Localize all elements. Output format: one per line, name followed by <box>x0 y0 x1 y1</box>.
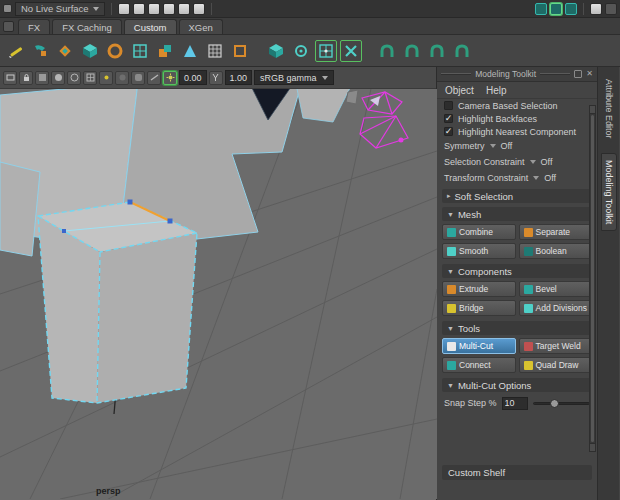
bridge-button[interactable]: Bridge <box>442 300 516 316</box>
grid-snap-active-icon[interactable] <box>315 40 337 62</box>
live-surface-dropdown[interactable]: No Live Surface <box>15 2 105 16</box>
toolbox-icon[interactable] <box>605 3 617 15</box>
selected-box-mesh[interactable] <box>38 200 197 404</box>
render-settings-icon[interactable] <box>565 3 577 15</box>
torus-icon[interactable] <box>104 40 126 62</box>
extrude-button[interactable]: Extrude <box>442 281 516 297</box>
cross-snap-active-icon[interactable] <box>340 40 362 62</box>
multi-cut-button[interactable]: Multi-Cut <box>442 338 516 354</box>
smooth-button[interactable]: Smooth <box>442 243 516 259</box>
right-tab-strip: Attribute Editor Modeling Toolkit <box>598 67 619 500</box>
scroll-thumb[interactable] <box>591 115 594 442</box>
multicut-vertex[interactable] <box>168 219 173 224</box>
shading-icon[interactable] <box>51 71 65 85</box>
gamma-field[interactable]: 1.00 <box>225 70 253 85</box>
multicut-vertex[interactable] <box>62 229 66 233</box>
magnet-icon[interactable] <box>29 40 51 62</box>
square-icon[interactable] <box>229 40 251 62</box>
boolean-icon <box>524 247 533 256</box>
snap-curve-icon[interactable] <box>133 3 145 15</box>
vertex-snap-icon[interactable] <box>290 40 312 62</box>
motion-blur-icon[interactable] <box>147 71 161 85</box>
custom-shelf-label: Custom Shelf <box>448 467 505 478</box>
3d-scene[interactable] <box>0 89 437 499</box>
tab-modeling-toolkit[interactable]: Modeling Toolkit <box>601 153 617 231</box>
select-camera-icon[interactable] <box>3 71 17 85</box>
connect-button[interactable]: Connect <box>442 357 516 373</box>
lighting-icon[interactable] <box>99 71 113 85</box>
history-icon[interactable] <box>193 3 205 15</box>
checkbox-icon[interactable] <box>444 101 453 110</box>
checkbox-icon[interactable]: ✓ <box>444 127 453 136</box>
checkbox-highlight-nearest-component[interactable]: ✓ Highlight Nearest Component <box>437 125 597 138</box>
float-panel-icon[interactable] <box>574 70 582 78</box>
cube-icon[interactable] <box>79 40 101 62</box>
wedge-icon[interactable] <box>179 40 201 62</box>
arch-icon[interactable] <box>451 40 473 62</box>
shadows-icon[interactable] <box>115 71 129 85</box>
grid-icon[interactable] <box>204 40 226 62</box>
scroll-up-arrow[interactable] <box>590 106 595 114</box>
tab-xgen[interactable]: XGen <box>179 19 223 34</box>
view-transform-dropdown[interactable]: sRGB gamma <box>254 70 334 85</box>
exposure-toggle-icon[interactable] <box>163 71 177 85</box>
divider <box>540 73 570 75</box>
snap-grid-icon[interactable] <box>118 3 130 15</box>
checkbox-camera-based-selection[interactable]: Camera Based Selection <box>437 99 597 112</box>
arch-icon[interactable] <box>401 40 423 62</box>
boolean-button[interactable]: Boolean <box>519 243 593 259</box>
panel-scrollbar[interactable] <box>589 105 596 452</box>
lock-camera-icon[interactable] <box>19 71 33 85</box>
screen-space-ao-icon[interactable] <box>131 71 145 85</box>
add-divisions-button[interactable]: Add Divisions <box>519 300 593 316</box>
tab-fx[interactable]: FX <box>18 19 50 34</box>
symmetry-dropdown[interactable]: Symmetry Off <box>437 138 597 154</box>
combine-button[interactable]: Combine <box>442 224 516 240</box>
section-soft-selection[interactable]: ▸ Soft Selection <box>442 189 592 203</box>
exposure-field[interactable]: 0.00 <box>179 70 207 85</box>
snap-point-icon[interactable] <box>148 3 160 15</box>
bevel-button[interactable]: Bevel <box>519 281 593 297</box>
paint-effects-icon[interactable] <box>590 3 602 15</box>
arch-icon[interactable] <box>426 40 448 62</box>
panel-title-bar[interactable]: Modeling Toolkit ✕ <box>437 67 597 82</box>
render-icon[interactable] <box>535 3 547 15</box>
diamond-icon[interactable] <box>54 40 76 62</box>
scroll-down-arrow[interactable] <box>590 443 595 451</box>
grid-cube-icon[interactable] <box>129 40 151 62</box>
snap-step-input[interactable] <box>502 397 528 410</box>
pencil-icon[interactable] <box>4 40 26 62</box>
image-plane-icon[interactable] <box>35 71 49 85</box>
tab-fx-caching[interactable]: FX Caching <box>52 19 122 34</box>
ipr-render-icon[interactable] <box>550 3 562 15</box>
snap-step-slider[interactable] <box>533 402 590 405</box>
transform-constraint-dropdown[interactable]: Transform Constraint Off <box>437 170 597 186</box>
textured-icon[interactable] <box>83 71 97 85</box>
arch-icon[interactable] <box>376 40 398 62</box>
tab-custom[interactable]: Custom <box>124 19 177 34</box>
snap-plane-icon[interactable] <box>163 3 175 15</box>
selection-constraint-dropdown[interactable]: Selection Constraint Off <box>437 154 597 170</box>
separate-button[interactable]: Separate <box>519 224 593 240</box>
slider-thumb[interactable] <box>550 399 559 408</box>
wireframe-icon[interactable] <box>67 71 81 85</box>
section-multicut-options[interactable]: ▼ Multi-Cut Options <box>442 378 592 392</box>
checkbox-highlight-backfaces[interactable]: ✓ Highlight Backfaces <box>437 112 597 125</box>
extrude-icon[interactable] <box>154 40 176 62</box>
gamma-toggle-icon[interactable] <box>209 71 223 85</box>
section-tools[interactable]: ▼ Tools <box>442 321 592 335</box>
quad-draw-button[interactable]: Quad Draw <box>519 357 593 373</box>
close-icon[interactable]: ✕ <box>586 70 593 78</box>
custom-shelf-header[interactable]: Custom Shelf <box>442 465 592 480</box>
menu-help[interactable]: Help <box>486 85 507 96</box>
tab-attribute-editor[interactable]: Attribute Editor <box>602 73 616 145</box>
target-weld-button[interactable]: Target Weld <box>519 338 593 354</box>
make-live-icon[interactable] <box>178 3 190 15</box>
menu-object[interactable]: Object <box>445 85 474 96</box>
section-mesh[interactable]: ▼ Mesh <box>442 207 592 221</box>
shelf-menu-icon[interactable] <box>3 21 14 32</box>
checkbox-icon[interactable]: ✓ <box>444 114 453 123</box>
multicut-vertex[interactable] <box>128 200 133 205</box>
section-components[interactable]: ▼ Components <box>442 264 592 278</box>
snap-cube-icon[interactable] <box>265 40 287 62</box>
